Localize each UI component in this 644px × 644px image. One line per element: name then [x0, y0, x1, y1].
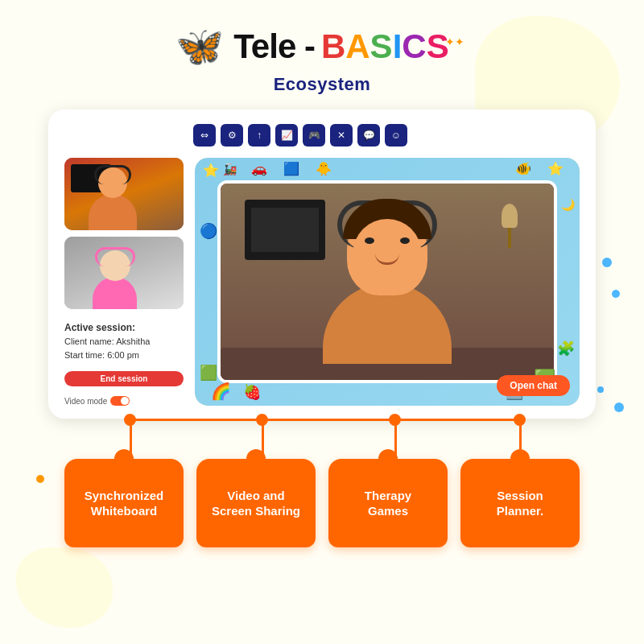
toy-train: 🚂	[223, 163, 237, 175]
letter-c: C	[402, 27, 426, 66]
letter-s1: S	[370, 27, 393, 66]
client-name: Client name: Akshitha	[64, 336, 150, 346]
child-video-thumb[interactable]	[64, 237, 184, 309]
toy-fish: 🐠	[515, 161, 531, 176]
toy-puzzle: 🧩	[557, 340, 575, 357]
end-session-button[interactable]: End session	[64, 371, 184, 386]
toy-block: 🟦	[283, 161, 299, 176]
toolbar-btn-upload[interactable]: ↑	[248, 124, 270, 147]
toolbar-btn-close[interactable]: ✕	[330, 124, 353, 147]
logo-basics: BASICS	[321, 27, 449, 66]
toolbar-btn-resize[interactable]: ⇔	[193, 124, 216, 147]
letter-a: A	[345, 27, 369, 66]
toy-car: 🚗	[251, 161, 267, 176]
therapist-video-thumb[interactable]	[64, 158, 184, 230]
toolbar-btn-chart[interactable]: 📈	[275, 124, 298, 147]
page-wrapper: 🦋 Tele - BASICS ✦✦ Ecosystem ⇔ ⚙ ↑ 📈 🎮 ✕…	[0, 0, 644, 644]
open-chat-button[interactable]: Open chat	[497, 375, 570, 396]
toolbar-btn-game[interactable]: 🎮	[303, 124, 325, 147]
subtitle: Ecosystem	[274, 74, 371, 95]
feature-label-4: SessionPlanner.	[497, 488, 543, 519]
inner-video-frame	[217, 180, 557, 383]
letter-i: I	[393, 27, 402, 66]
toy-ball: 🔵	[200, 222, 217, 240]
toy-star-2: ⭐	[547, 161, 564, 176]
sparks-icon: ✦✦	[445, 35, 464, 48]
app-card: ⇔ ⚙ ↑ 📈 🎮 ✕ 💬 ☺	[48, 109, 596, 419]
toy-rainbow: 🌈	[211, 382, 231, 401]
feature-card-synchronized-whiteboard[interactable]: SynchronizedWhiteboard	[64, 459, 184, 547]
toy-duck: 🐥	[316, 161, 332, 176]
therapist-main-person	[323, 207, 452, 364]
active-session-label: Active session:	[64, 322, 135, 333]
toolbar-btn-chat[interactable]: 💬	[357, 124, 380, 147]
video-mode-toggle: Video mode	[64, 396, 184, 406]
header: 🦋 Tele - BASICS ✦✦	[175, 24, 468, 69]
toy-green-block: 🟩	[200, 364, 217, 382]
feature-label-1: SynchronizedWhiteboard	[85, 488, 163, 519]
feature-card-session-planner[interactable]: SessionPlanner.	[460, 459, 580, 547]
feature-label-3: TherapyGames	[365, 488, 411, 519]
butterfly-icon: 🦋	[175, 24, 224, 69]
content-area: Active session: Client name: Akshitha St…	[64, 158, 580, 406]
feature-card-video-screen-sharing[interactable]: Video andScreen Sharing	[196, 459, 316, 547]
feature-cards: SynchronizedWhiteboard Video andScreen S…	[64, 459, 580, 564]
toy-strawberry: 🍓	[243, 383, 261, 401]
toolbar: ⇔ ⚙ ↑ 📈 🎮 ✕ 💬 ☺	[64, 124, 580, 147]
toy-moon: 🌙	[561, 198, 575, 211]
video-mode-label: Video mode	[64, 397, 107, 406]
session-info: Active session: Client name: Akshitha St…	[64, 320, 184, 361]
features-section: SynchronizedWhiteboard Video andScreen S…	[48, 419, 596, 564]
main-video-area: ⭐ 🚂 🚗 🟦 🐥 🐠 ⭐ 🌙 🧩 🟩 🔤 🍓 🌈 🟩 🔵	[195, 158, 580, 406]
video-mode-switch[interactable]	[110, 396, 130, 406]
toolbar-btn-settings[interactable]: ⚙	[221, 124, 243, 147]
left-panel: Active session: Client name: Akshitha St…	[64, 158, 184, 406]
feature-card-therapy-games[interactable]: TherapyGames	[328, 459, 448, 547]
letter-b: B	[321, 27, 345, 66]
logo-text: Tele - BASICS ✦✦	[233, 27, 468, 66]
connector-line-horizontal	[129, 419, 515, 421]
start-time: Start time: 6:00 pm	[64, 350, 139, 360]
logo-tele: Tele -	[233, 27, 315, 66]
feature-label-2: Video andScreen Sharing	[212, 488, 300, 519]
toolbar-btn-emoji[interactable]: ☺	[385, 124, 407, 147]
toy-star-1: ⭐	[203, 163, 219, 178]
connector-lines	[64, 419, 580, 459]
